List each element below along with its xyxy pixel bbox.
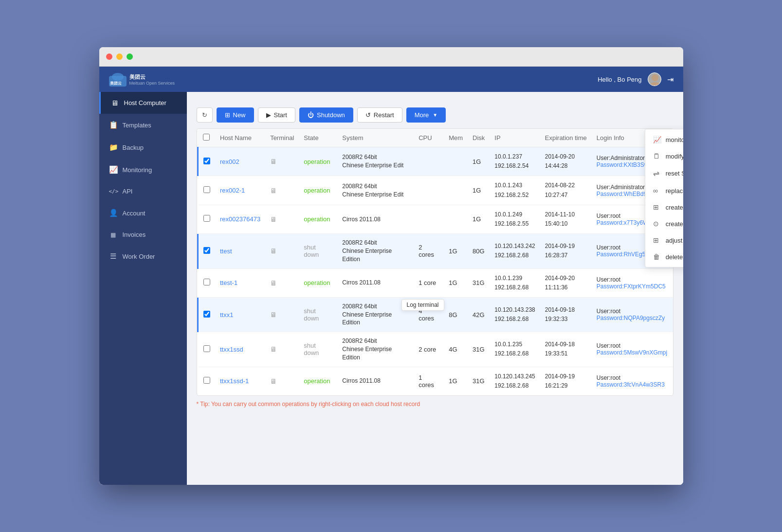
svg-point-3	[652, 74, 658, 81]
sidebar-item-account[interactable]: 👤 Account	[99, 202, 187, 224]
row-checkbox[interactable]	[203, 311, 210, 318]
host-link[interactable]: rex002-1	[220, 187, 245, 194]
terminal-icon[interactable]: 🖥	[270, 247, 277, 255]
dropdown-item-modify-renewals[interactable]: 🗒 modify renewals	[645, 148, 683, 164]
start-button[interactable]: ▶ Start	[258, 107, 295, 123]
row-login: User:root Password:5MswV9nXGmpj	[592, 332, 673, 367]
row-cpu	[414, 147, 444, 176]
svg-point-4	[650, 82, 660, 86]
row-checkbox[interactable]	[203, 279, 210, 285]
close-button[interactable]	[106, 53, 112, 60]
row-terminal: 🖥	[265, 176, 299, 205]
row-disk: 31G	[468, 268, 490, 297]
row-checkbox[interactable]	[203, 158, 210, 164]
row-ip: 10.0.1.243192.168.2.52	[490, 176, 540, 205]
new-button[interactable]: ⊞ New	[217, 107, 254, 123]
row-checkbox[interactable]	[203, 377, 210, 384]
sidebar-item-api[interactable]: </> API	[99, 181, 187, 202]
row-system: 2008R2 64bitChinese Enterprise Edition	[337, 332, 414, 367]
sidebar-item-backup[interactable]: 📁 Backup	[99, 136, 187, 159]
dropdown-item-label: modify renewals	[666, 153, 683, 160]
row-login: User:root Password:FXtprKYm5DC5	[592, 268, 673, 297]
row-checkbox[interactable]	[203, 247, 210, 254]
user-text: User:root	[597, 374, 668, 381]
col-disk: Disk	[468, 129, 490, 147]
refresh-button[interactable]: ↻	[197, 107, 213, 123]
sidebar-item-templates[interactable]: 📋 Templates	[99, 114, 187, 136]
terminal-icon[interactable]: 🖥	[270, 377, 277, 385]
row-host-name: ttest	[215, 234, 265, 268]
sidebar-item-work-order[interactable]: ☰ Work Order	[99, 245, 187, 267]
sidebar-item-host-computer[interactable]: 🖥 Host Computer	[99, 92, 187, 114]
row-mem	[444, 176, 468, 205]
host-link[interactable]: ttest-1	[220, 279, 237, 286]
host-link[interactable]: ttest	[220, 248, 232, 255]
row-disk: 1G	[468, 147, 490, 176]
row-state: shut down	[299, 332, 337, 367]
dropdown-item-reset-system[interactable]: ⇌ reset System	[645, 164, 683, 182]
col-expiration: Expiration time	[540, 129, 592, 147]
terminal-icon[interactable]: 🖥	[270, 187, 277, 195]
system-text: 2008R2 64bitChinese Enterprise Edition	[342, 302, 409, 327]
host-link[interactable]: ttxx1ssd	[220, 346, 243, 353]
row-checkbox-cell	[198, 147, 215, 176]
ip-text: 10.120.143.245192.168.2.68	[494, 372, 535, 390]
row-system: 2008R2 64bitChinese Enterprise Edit	[337, 176, 414, 205]
row-expiration: 2014-09-1819:33:51	[540, 332, 592, 367]
logout-icon[interactable]: ⇥	[667, 75, 673, 84]
terminal-icon[interactable]: 🖥	[270, 311, 277, 319]
system-text: Cirros 2011.08	[342, 377, 409, 385]
terminal-icon[interactable]: 🖥	[270, 345, 277, 353]
row-state: operation	[299, 176, 337, 205]
row-checkbox[interactable]	[203, 345, 210, 352]
minimize-button[interactable]	[116, 53, 123, 60]
dropdown-item-create-backup[interactable]: ⊙ create a backup	[645, 215, 683, 232]
row-mem: 8G	[444, 297, 468, 332]
host-link[interactable]: ttxx1ssd-1	[220, 377, 249, 385]
main-layout: 🖥 Host Computer 📋 Templates 📁 Backup 📈 M…	[99, 92, 683, 485]
sidebar-item-invoices[interactable]: ▦ Invoices	[99, 224, 187, 245]
dropdown-item-replace-system[interactable]: ∞ replace system	[645, 182, 683, 199]
maximize-button[interactable]	[127, 53, 133, 60]
terminal-icon[interactable]: 🖥	[270, 215, 277, 223]
ip-text: 10.0.1.239192.168.2.68	[494, 274, 535, 292]
terminal-icon[interactable]: 🖥	[270, 158, 277, 165]
state-text: shut down	[304, 307, 319, 322]
row-checkbox-cell	[198, 367, 215, 395]
reset-system-icon: ⇌	[653, 169, 661, 178]
dropdown-item-label: monitoring	[666, 136, 683, 143]
dropdown-item-adjust-config[interactable]: ⊞ adjust configuration	[645, 232, 683, 248]
row-disk: 80G	[468, 234, 490, 268]
sidebar-item-label: API	[123, 188, 133, 195]
row-mem: 1G	[444, 268, 468, 297]
api-icon: </>	[109, 188, 118, 195]
ip-text: 10.0.1.235192.168.2.68	[494, 340, 535, 358]
password-text: Password:NQPA9pgsczZy	[597, 315, 668, 321]
restart-button[interactable]: ↺ Restart	[357, 107, 402, 123]
host-link[interactable]: rex002	[220, 158, 239, 165]
col-system: System	[337, 129, 414, 147]
shutdown-button[interactable]: ⏻ Shutdown	[299, 107, 353, 123]
table-row: rex002 🖥 operation 2008R2 64bitChinese E…	[198, 147, 673, 176]
state-text: operation	[304, 158, 330, 165]
row-mem: 4G	[444, 332, 468, 367]
dropdown-item-label: create a backup	[666, 220, 683, 228]
select-all-checkbox[interactable]	[203, 134, 210, 141]
dropdown-item-monitoring[interactable]: 📈 monitoring	[645, 131, 683, 148]
terminal-icon[interactable]: 🖥	[270, 279, 277, 287]
create-backup-icon: ⊙	[653, 220, 661, 228]
more-button[interactable]: More ▼	[406, 107, 446, 123]
row-checkbox[interactable]	[203, 215, 210, 222]
ip-text: 10.0.1.249192.168.2.55	[494, 210, 535, 229]
table-header-row: Host Name Terminal State System CPU Mem …	[198, 129, 673, 147]
col-terminal: Terminal	[265, 129, 299, 147]
row-checkbox[interactable]	[203, 186, 210, 193]
dropdown-item-create-template[interactable]: ⊞ create a template	[645, 199, 683, 215]
host-link[interactable]: rex002376473	[220, 215, 260, 223]
row-ip: 10.120.143.238192.168.2.68	[490, 297, 540, 332]
table-row: rex002-1 🖥 operation 2008R2 64bitChinese…	[198, 176, 673, 205]
host-link[interactable]: ttxx1	[220, 311, 233, 319]
sidebar-item-monitoring[interactable]: 📈 Monitoring	[99, 159, 187, 181]
more-dropdown-menu: 📈 monitoring 🗒 modify renewals ⇌ reset S…	[645, 129, 683, 267]
dropdown-item-delete[interactable]: 🗑 delete	[645, 248, 683, 265]
